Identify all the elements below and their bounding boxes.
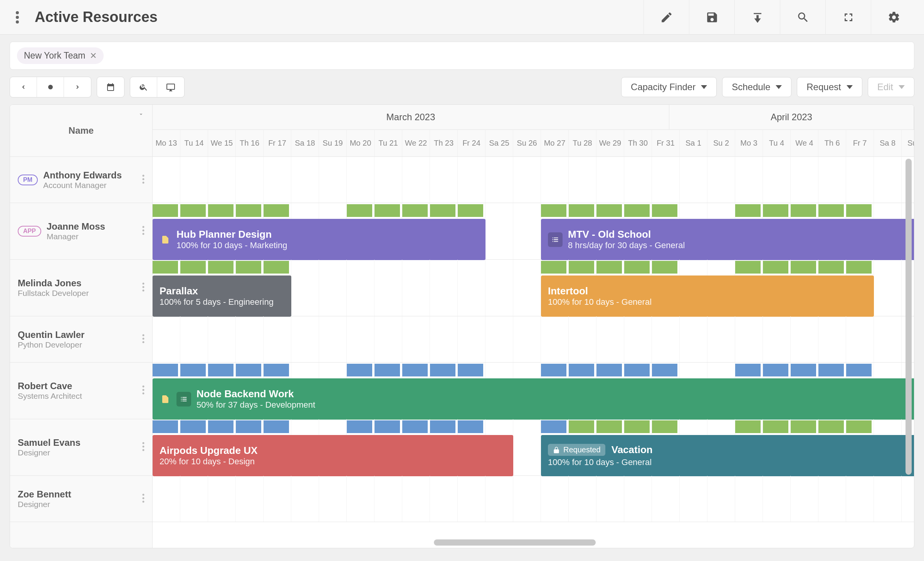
svg-point-10: [143, 286, 144, 288]
calendar-icon[interactable]: [97, 77, 124, 97]
booking-title: Vacation: [612, 444, 653, 456]
day-header-cell: Sa 1: [680, 130, 707, 156]
svg-point-7: [143, 230, 144, 232]
row-menu-icon[interactable]: [142, 226, 144, 237]
column-menu-icon[interactable]: [138, 111, 144, 118]
availability-bar: [541, 420, 566, 433]
day-header-cell: Fr 31: [652, 130, 680, 156]
booking-block[interactable]: Node Backend Work50% for 37 days - Devel…: [153, 378, 914, 420]
resource-role: Account Manager: [43, 181, 137, 190]
resource-row[interactable]: APPJoanne MossManager: [10, 203, 152, 260]
resource-role: Designer: [18, 448, 137, 457]
availability-bar: [569, 420, 677, 433]
day-header-cell: Th 23: [430, 130, 458, 156]
row-menu-icon[interactable]: [142, 334, 144, 345]
resource-role: Manager: [47, 232, 137, 241]
day-header-cell: Mo 20: [347, 130, 375, 156]
fullscreen-icon[interactable]: [825, 0, 871, 35]
gear-icon[interactable]: [871, 0, 916, 35]
availability-bar: [541, 204, 677, 217]
resource-row[interactable]: Robert CaveSystems Architect: [10, 363, 152, 419]
resource-badge: PM: [18, 175, 38, 185]
display-icon[interactable]: [157, 77, 184, 97]
day-header-cell: Su 26: [513, 130, 541, 156]
row-menu-icon[interactable]: [142, 442, 144, 453]
column-header-name[interactable]: Name: [69, 125, 94, 136]
filter-bar: New York Team ✕: [10, 42, 914, 70]
day-header-cell: Fr 7: [846, 130, 874, 156]
day-header-cell: Mo 13: [153, 130, 180, 156]
day-header-cell: Sa 18: [291, 130, 319, 156]
availability-bar: [153, 364, 289, 376]
svg-point-22: [143, 497, 144, 499]
booking-block[interactable]: RequestedVacation100% for 10 days - Gene…: [541, 435, 914, 476]
booking-subtitle: 8 hrs/day for 30 days - General: [568, 240, 685, 250]
booking-subtitle: 50% for 37 days - Development: [197, 400, 315, 410]
request-button[interactable]: Request: [797, 77, 862, 97]
month-header-cell: March 2023: [153, 105, 669, 129]
svg-point-16: [143, 389, 144, 391]
row-menu-icon[interactable]: [142, 282, 144, 293]
compose-icon[interactable]: [643, 0, 689, 35]
resource-row[interactable]: Zoe BennettDesigner: [10, 476, 152, 522]
resource-row[interactable]: Quentin LawlerPython Developer: [10, 316, 152, 363]
download-icon[interactable]: [734, 0, 780, 35]
day-header-cell: Tu 21: [375, 130, 402, 156]
svg-point-15: [143, 386, 144, 388]
note-icon: [160, 393, 171, 405]
day-header-cell: Th 6: [818, 130, 846, 156]
filter-chip[interactable]: New York Team ✕: [17, 47, 104, 64]
today-button[interactable]: [37, 77, 64, 97]
day-header-cell: Tu 4: [763, 130, 791, 156]
booking-block[interactable]: Airpods Upgrade UX20% for 10 days - Desi…: [153, 435, 513, 476]
row-menu-icon[interactable]: [142, 494, 144, 504]
availability-bar: [347, 204, 483, 217]
resource-name: Robert Cave: [18, 381, 137, 391]
booking-block[interactable]: MTV - Old School8 hrs/day for 30 days - …: [541, 219, 914, 260]
svg-point-23: [143, 501, 144, 502]
zoom-icon[interactable]: [130, 77, 157, 97]
next-button[interactable]: [64, 77, 91, 97]
booking-subtitle: 100% for 10 days - Marketing: [176, 240, 287, 250]
booking-title: Node Backend Work: [197, 388, 315, 400]
day-header-cell: We 29: [596, 130, 624, 156]
svg-point-5: [143, 181, 144, 183]
day-header-cell: Th 30: [624, 130, 652, 156]
save-icon[interactable]: [689, 0, 734, 35]
availability-bar: [153, 420, 289, 433]
resource-row[interactable]: PMAnthony EdwardsAccount Manager: [10, 157, 152, 203]
vertical-scrollbar[interactable]: [906, 159, 912, 529]
booking-subtitle: 100% for 10 days - General: [548, 297, 652, 307]
resource-row[interactable]: Melinda JonesFullstack Developer: [10, 260, 152, 316]
chip-remove-icon[interactable]: ✕: [90, 51, 97, 61]
timeline-row: [153, 476, 914, 522]
availability-bar: [347, 420, 483, 433]
row-menu-icon[interactable]: [142, 385, 144, 396]
availability-bar: [153, 204, 289, 217]
resource-name: Quentin Lawler: [18, 329, 137, 340]
svg-point-20: [143, 449, 144, 451]
booking-block[interactable]: Parallax100% for 5 days - Engineering: [153, 275, 291, 317]
resource-row[interactable]: Samuel EvansDesigner: [10, 419, 152, 476]
availability-bar: [735, 420, 872, 433]
chevron-down-icon: [847, 85, 853, 89]
horizontal-scrollbar[interactable]: [153, 539, 907, 546]
booking-block[interactable]: Intertool100% for 10 days - General: [541, 275, 874, 317]
menu-icon[interactable]: [8, 11, 27, 24]
svg-point-3: [143, 175, 144, 176]
booking-block[interactable]: Hub Planner Design100% for 10 days - Mar…: [153, 219, 486, 260]
booking-title: Parallax: [160, 285, 274, 297]
svg-point-12: [143, 334, 144, 336]
schedule-button[interactable]: Schedule: [722, 77, 791, 97]
prev-button[interactable]: [10, 77, 37, 97]
search-icon[interactable]: [780, 0, 825, 35]
availability-bar: [735, 261, 872, 274]
day-header-cell: Su 2: [707, 130, 735, 156]
capacity-finder-button[interactable]: Capacity Finder: [621, 77, 717, 97]
day-header-cell: Th 16: [236, 130, 264, 156]
timeline-row: Parallax100% for 5 days - EngineeringInt…: [153, 260, 914, 316]
svg-point-18: [143, 442, 144, 444]
resource-name: Joanne Moss: [47, 221, 137, 232]
row-menu-icon[interactable]: [142, 175, 144, 185]
day-header-cell: Tu 14: [180, 130, 208, 156]
